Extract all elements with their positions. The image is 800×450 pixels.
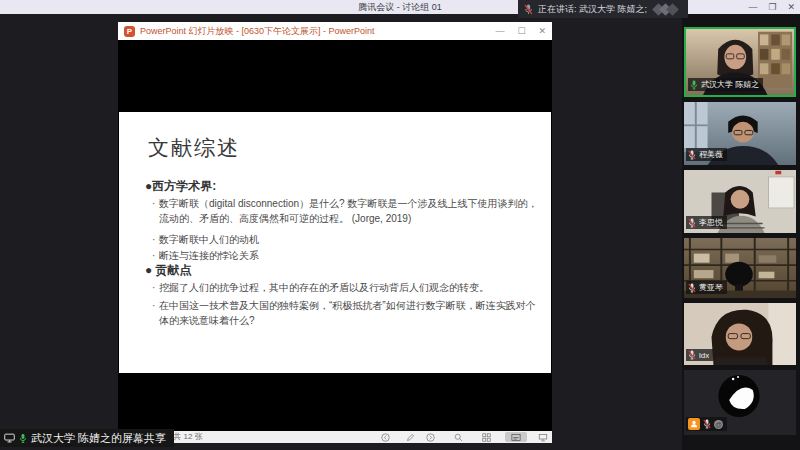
speaking-mic-icon <box>524 4 533 15</box>
powerpoint-window-controls: — ☐ ✕ <box>495 26 546 36</box>
maximize-button[interactable]: ❐ <box>768 0 776 14</box>
slide-heading-contribution: ● 贡献点 <box>145 262 192 279</box>
close-button[interactable]: ✕ <box>787 0 795 14</box>
powerpoint-title: PowerPoint 幻灯片放映 - [0630下午论文展示] - PowerP… <box>140 25 490 38</box>
participant-name-tag: 程美薇 <box>686 148 727 161</box>
ppt-minimize-button[interactable]: — <box>495 26 504 36</box>
video-tile-lisiyue[interactable]: 李思悦 <box>684 170 796 233</box>
participant-name-tag: 李思悦 <box>686 216 727 229</box>
participant-name: 武汉大学 陈婧之 <box>701 79 759 90</box>
grid-icon <box>482 433 491 442</box>
video-tile-ldx[interactable]: ldx <box>684 303 796 365</box>
slide-bullet: · 在中国这一技术普及大国的独特案例，“积极抵抗者”如何进行数字断联，断连实践对… <box>152 298 544 328</box>
powerpoint-titlebar: P PowerPoint 幻灯片放映 - [0630下午论文展示] - Powe… <box>118 22 552 40</box>
speaking-label: 正在讲话: 武汉大学 陈婧之; <box>538 3 647 16</box>
slide-bullet: · 数字断联中人们的动机 <box>152 232 544 247</box>
powerpoint-window: P PowerPoint 幻灯片放映 - [0630下午论文展示] - Powe… <box>118 22 552 443</box>
slideshow-statusbar: 第 6 张, 共 12 张 <box>118 431 552 443</box>
participant-name: 李思悦 <box>699 217 723 228</box>
display-settings-button[interactable] <box>536 432 550 442</box>
powerpoint-icon: P <box>124 26 135 37</box>
participant-name-tag: 武汉大学 陈婧之 <box>688 78 763 91</box>
mic-live-icon <box>690 80 698 90</box>
pen-tool-button[interactable] <box>403 432 417 442</box>
slide-heading-west: ●西方学术界: <box>145 178 216 195</box>
person-icon <box>690 420 698 428</box>
video-tile-chengmeiwei[interactable]: 程美薇 <box>684 102 796 165</box>
mic-live-icon <box>19 433 27 444</box>
participant-name: 黄亚琴 <box>699 282 723 293</box>
ppt-maximize-button[interactable]: ☐ <box>517 26 525 36</box>
video-tile-chenjingzhi[interactable]: 武汉大学 陈婧之 <box>684 27 796 97</box>
screen-share-label: 武汉大学 陈婧之的屏幕共享 <box>31 431 166 446</box>
participant-name-tag: 黄亚琴 <box>686 281 727 294</box>
mic-muted-icon <box>688 350 696 360</box>
ppt-close-button[interactable]: ✕ <box>538 26 546 36</box>
participants-sidebar: 武汉大学 陈婧之 <box>682 14 800 450</box>
blurred-logo-icon <box>652 2 678 16</box>
mic-muted-icon <box>688 150 696 160</box>
participant-name: 程美薇 <box>699 149 723 160</box>
slide-title: 文献综述 <box>148 134 240 162</box>
speaking-indicator: 正在讲话: 武汉大学 陈婧之; <box>518 0 688 18</box>
slideshow-stage[interactable]: 文献综述 ●西方学术界: · 数字断联（digital disconnectio… <box>118 40 552 431</box>
slide-bullet: · 数字断联（digital disconnection）是什么? 数字断联是一… <box>152 196 544 226</box>
next-slide-icon <box>426 433 435 442</box>
next-slide-button[interactable] <box>423 432 437 442</box>
previous-slide-button[interactable] <box>378 432 392 442</box>
video-tile-self[interactable]: @ <box>684 370 796 435</box>
zoom-tool-button[interactable] <box>451 432 465 442</box>
minimize-button[interactable]: — <box>748 0 757 14</box>
magnifier-icon <box>454 433 463 442</box>
participant-name: @ <box>714 420 723 429</box>
captions-icon <box>511 433 521 442</box>
mic-muted-icon <box>688 218 696 228</box>
participant-name-tag: ldx <box>686 349 713 361</box>
meeting-window-controls: — ❐ ✕ <box>748 0 795 14</box>
slide-bullet: · 挖掘了人们的抗争过程，其中的存在的矛盾以及行动背后人们观念的转变。 <box>152 280 544 295</box>
previous-slide-icon <box>381 433 390 442</box>
screen-share-banner: 武汉大学 陈婧之的屏幕共享 <box>0 429 174 447</box>
mic-muted-icon <box>703 419 711 429</box>
captions-button[interactable] <box>505 432 527 442</box>
display-icon <box>538 433 548 442</box>
participant-name: ldx <box>699 351 709 360</box>
pen-icon <box>406 433 415 442</box>
participant-name-tag: @ <box>686 417 727 431</box>
slide-bullet: · 断连与连接的悖论关系 <box>152 248 544 263</box>
see-all-slides-button[interactable] <box>479 432 493 442</box>
mic-muted-icon <box>688 283 696 293</box>
screen-share-icon <box>4 433 15 443</box>
slide[interactable]: 文献综述 ●西方学术界: · 数字断联（digital disconnectio… <box>119 112 551 373</box>
video-tile-huangyaqin[interactable]: 黄亚琴 <box>684 238 796 298</box>
meeting-window: 腾讯会议 - 讨论组 01 — ❐ ✕ 正在讲话: 武汉大学 陈婧之; P Po… <box>0 0 800 450</box>
self-person-badge <box>688 418 700 430</box>
